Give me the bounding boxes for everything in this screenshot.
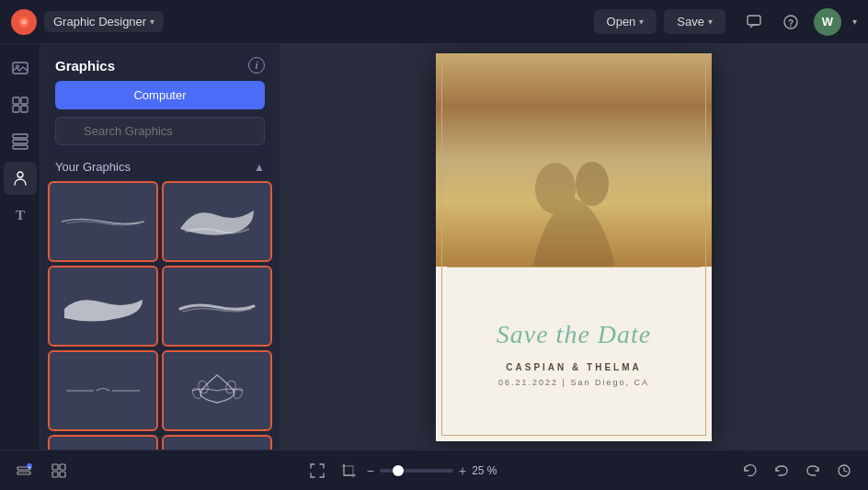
sidebar-item-grid[interactable] (4, 125, 37, 158)
user-avatar[interactable]: W (814, 8, 841, 36)
graphic-item-3[interactable] (48, 266, 158, 347)
brand-dropdown[interactable]: Graphic Designer ▾ (44, 11, 164, 32)
sidebar-item-text[interactable]: T (4, 199, 37, 232)
svg-point-19 (196, 379, 209, 394)
graphics-panel: Graphics i Computer Your Graphics ▲ (40, 44, 280, 450)
zoom-slider[interactable] (380, 469, 453, 473)
section-header: Your Graphics ▲ (40, 154, 280, 181)
graphic-item-8[interactable]: ✦ floral divider ✦ (162, 435, 272, 450)
redo-icon[interactable] (800, 458, 826, 484)
grid-inner: ✦ floral divider ✦ (48, 181, 272, 450)
svg-point-31 (576, 162, 609, 206)
computer-tab-button[interactable]: Computer (55, 81, 265, 109)
canvas-photo (436, 53, 712, 267)
topbar-icons: ? W ▾ (740, 8, 857, 36)
graphic-item-4[interactable] (162, 266, 272, 347)
fit-screen-icon[interactable] (304, 458, 330, 484)
names-text: CASPIAN & THELMA (506, 362, 641, 372)
sidebar-item-elements[interactable] (4, 88, 37, 121)
zoom-level: 25 % (472, 464, 505, 477)
svg-rect-33 (17, 472, 30, 474)
svg-rect-37 (60, 464, 65, 470)
bottombar-center: − + 25 % (304, 458, 505, 484)
reset-icon[interactable] (737, 458, 763, 484)
search-wrapper (55, 117, 265, 145)
date-text: 06.21.2022 | San Diego, CA (498, 378, 649, 387)
bottombar-right (737, 458, 857, 484)
svg-rect-7 (13, 97, 19, 104)
svg-rect-11 (13, 134, 28, 138)
brand-label: Graphic Designer (53, 15, 146, 28)
svg-text:T: T (15, 208, 24, 222)
topbar: Graphic Designer ▾ Open ▾ Save ▾ ? W ▾ (0, 0, 868, 44)
section-title: Your Graphics (55, 160, 131, 174)
zoom-in-icon[interactable]: + (459, 463, 466, 478)
svg-rect-36 (52, 464, 58, 470)
search-input[interactable] (55, 117, 265, 145)
svg-rect-5 (13, 63, 28, 74)
svg-point-14 (17, 172, 23, 177)
help-icon[interactable]: ? (777, 8, 805, 36)
avatar-dropdown-arrow[interactable]: ▾ (852, 17, 857, 27)
svg-rect-13 (13, 145, 28, 149)
history-icon[interactable] (831, 458, 857, 484)
brand-arrow: ▾ (150, 17, 154, 27)
sidebar-item-photos[interactable] (4, 51, 37, 85)
save-date-text: Save the Date (497, 320, 652, 349)
app-logo[interactable] (11, 9, 37, 35)
undo-icon[interactable] (769, 458, 794, 484)
svg-rect-10 (21, 106, 28, 112)
svg-point-1 (21, 19, 27, 25)
graphic-item-1[interactable] (48, 181, 158, 262)
main-area: T Graphics i Computer Your Gra (0, 44, 868, 450)
graphics-grid: ✦ floral divider ✦ (40, 181, 280, 450)
sidebar-item-people[interactable] (4, 162, 37, 195)
panel-title: Graphics (55, 58, 115, 74)
graphic-item-7[interactable] (48, 435, 158, 450)
svg-rect-12 (13, 140, 28, 143)
save-button[interactable]: Save ▾ (664, 9, 725, 34)
info-icon[interactable]: i (248, 57, 265, 74)
svg-text:+: + (29, 463, 31, 469)
zoom-out-icon[interactable]: − (367, 463, 374, 478)
bottombar-left: + (11, 458, 72, 484)
canvas-card[interactable]: Save the Date CASPIAN & THELMA 06.21.202… (436, 53, 712, 441)
svg-rect-38 (52, 472, 58, 477)
open-button[interactable]: Open ▾ (594, 9, 657, 34)
svg-rect-8 (21, 97, 28, 104)
canvas-text-section: Save the Date CASPIAN & THELMA 06.21.202… (436, 267, 712, 441)
search-row (40, 117, 280, 154)
section-collapse-arrow[interactable]: ▲ (254, 161, 265, 174)
panel-header: Graphics i (40, 44, 280, 81)
svg-rect-39 (60, 472, 65, 477)
zoom-thumb[interactable] (393, 465, 404, 476)
graphic-item-2[interactable] (162, 181, 272, 262)
bottombar: + − (0, 450, 868, 490)
comment-icon[interactable] (740, 8, 768, 36)
svg-rect-2 (748, 16, 760, 25)
crop-icon[interactable] (336, 458, 361, 484)
grid-view-icon[interactable] (46, 458, 72, 484)
svg-rect-9 (13, 106, 19, 112)
graphic-item-6[interactable] (162, 350, 272, 431)
svg-text:?: ? (788, 17, 794, 28)
icon-sidebar: T (0, 44, 40, 450)
graphic-item-5[interactable] (48, 350, 158, 431)
canvas-area: Save the Date CASPIAN & THELMA 06.21.202… (280, 44, 868, 450)
layers-icon[interactable]: + (11, 458, 37, 484)
canvas-scroll: Save the Date CASPIAN & THELMA 06.21.202… (280, 44, 868, 450)
panel-tab-row: Computer (40, 81, 280, 117)
